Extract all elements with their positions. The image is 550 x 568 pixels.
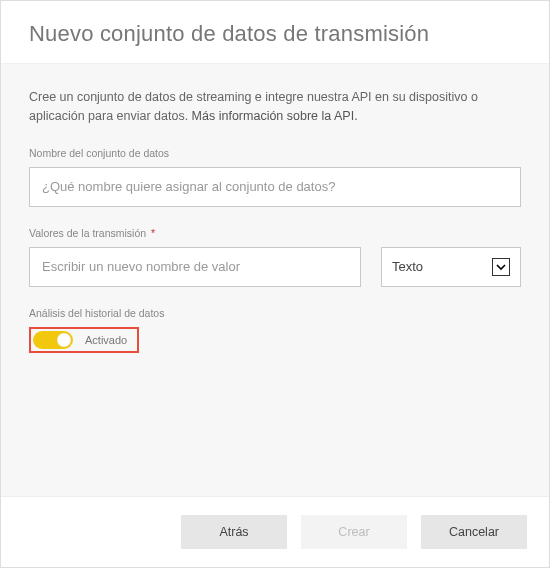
required-indicator: * <box>151 227 155 239</box>
cancel-button[interactable]: Cancelar <box>421 515 527 549</box>
chevron-down-icon <box>492 258 510 276</box>
dialog-description: Cree un conjunto de datos de streaming e… <box>29 88 521 127</box>
stream-values-label-text: Valores de la transmisión <box>29 227 146 239</box>
dialog-body: Cree un conjunto de datos de streaming e… <box>1 64 549 496</box>
dataset-name-input[interactable] <box>29 167 521 207</box>
stream-value-type-col: Texto <box>381 247 521 287</box>
desc-text-2: aplicación para enviar datos. <box>29 109 192 123</box>
create-button: Crear <box>301 515 407 549</box>
stream-value-type-selected: Texto <box>392 259 423 274</box>
desc-text-1: Cree un conjunto de datos de streaming e… <box>29 90 478 104</box>
history-analysis-label: Análisis del historial de datos <box>29 307 521 319</box>
dataset-name-label: Nombre del conjunto de datos <box>29 147 521 159</box>
dialog-title: Nuevo conjunto de datos de transmisión <box>29 21 521 47</box>
history-toggle-highlight: Activado <box>29 327 139 353</box>
dialog-header: Nuevo conjunto de datos de transmisión <box>1 1 549 64</box>
stream-value-name-col <box>29 247 361 287</box>
dialog-footer: Atrás Crear Cancelar <box>1 496 549 567</box>
streaming-dataset-dialog: Nuevo conjunto de datos de transmisión C… <box>0 0 550 568</box>
stream-values-label: Valores de la transmisión * <box>29 227 521 239</box>
history-toggle-state: Activado <box>85 334 127 346</box>
history-toggle[interactable] <box>33 331 73 349</box>
api-info-link[interactable]: Más información sobre la API. <box>192 109 358 123</box>
stream-value-row: Texto <box>29 247 521 287</box>
stream-value-type-select[interactable]: Texto <box>381 247 521 287</box>
back-button[interactable]: Atrás <box>181 515 287 549</box>
stream-value-name-input[interactable] <box>29 247 361 287</box>
toggle-knob <box>57 333 71 347</box>
